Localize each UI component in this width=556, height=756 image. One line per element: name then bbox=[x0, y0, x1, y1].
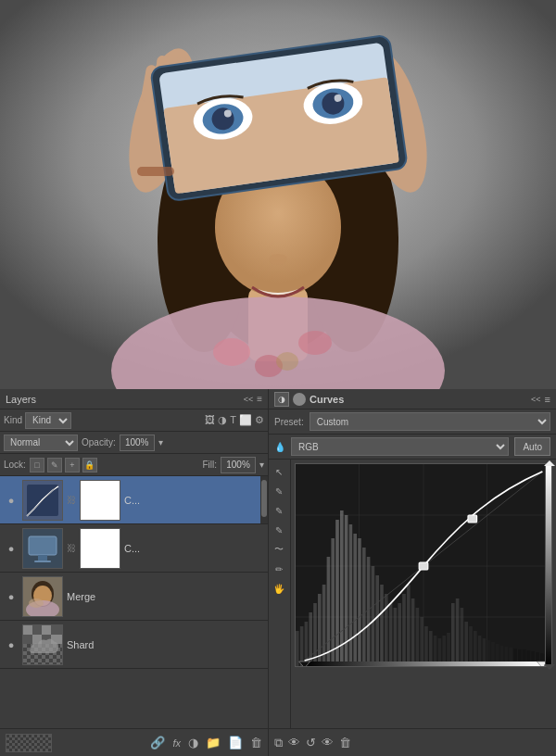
opacity-label: Opacity: bbox=[82, 437, 116, 447]
delete-adjustment-btn[interactable]: 🗑 bbox=[339, 736, 351, 750]
layer-item-curves[interactable]: ● ⛓ C... bbox=[0, 476, 268, 524]
svg-rect-39 bbox=[38, 555, 47, 561]
layer-thumb-merge bbox=[22, 576, 63, 617]
link-layers-btn[interactable]: 🔗 bbox=[150, 736, 165, 750]
layer-item-shard[interactable]: ● bbox=[0, 621, 268, 669]
delete-layer-btn[interactable]: 🗑 bbox=[250, 736, 262, 750]
svg-rect-83 bbox=[389, 603, 393, 667]
photo-svg bbox=[0, 0, 556, 389]
add-mask-btn[interactable]: ◑ bbox=[188, 736, 198, 750]
svg-rect-63 bbox=[300, 626, 304, 667]
svg-rect-69 bbox=[327, 557, 331, 667]
main-canvas bbox=[0, 0, 556, 389]
curves-eyedropper-black[interactable]: ✎ bbox=[271, 483, 287, 499]
scroll-thumb[interactable] bbox=[261, 480, 267, 517]
properties-collapse-btn[interactable]: << bbox=[531, 395, 541, 404]
properties-menu-btn[interactable]: ≡ bbox=[545, 394, 550, 405]
svg-rect-82 bbox=[385, 594, 388, 667]
layers-collapse-btn[interactable]: << bbox=[244, 395, 254, 404]
filter-text-icon[interactable]: T bbox=[230, 414, 236, 426]
prop-icon-adjustment[interactable]: ◑ bbox=[274, 392, 289, 407]
lock-paint-btn[interactable]: ✎ bbox=[47, 458, 62, 472]
svg-rect-33 bbox=[137, 167, 174, 176]
new-layer-btn[interactable]: 📄 bbox=[228, 736, 243, 750]
prev-visibility-btn[interactable]: 👁 bbox=[288, 736, 300, 750]
visibility-btn[interactable]: 👁 bbox=[322, 736, 334, 750]
output-gradient-bar bbox=[545, 463, 552, 667]
properties-bottom-icons: ⧉ 👁 ↺ 👁 🗑 bbox=[274, 736, 351, 750]
svg-rect-90 bbox=[420, 617, 423, 667]
curves-graph[interactable] bbox=[295, 463, 552, 667]
curves-pencil-tool[interactable]: ✏ bbox=[271, 561, 287, 577]
svg-point-6 bbox=[213, 338, 250, 366]
blend-mode-select[interactable]: Normal bbox=[4, 435, 78, 451]
kind-select[interactable]: Kind bbox=[25, 412, 71, 429]
svg-rect-73 bbox=[345, 515, 348, 667]
svg-point-11 bbox=[269, 254, 287, 265]
layers-menu-btn[interactable]: ≡ bbox=[257, 394, 262, 404]
svg-point-9 bbox=[276, 352, 298, 371]
fill-input[interactable] bbox=[221, 457, 256, 473]
layer-fx-btn[interactable]: fx bbox=[172, 737, 181, 749]
opacity-input[interactable] bbox=[120, 435, 155, 451]
new-group-btn[interactable]: 📁 bbox=[206, 736, 221, 750]
layer-item-merge[interactable]: ● Merge bbox=[0, 573, 268, 621]
curves-eyedropper-gray[interactable]: ✎ bbox=[271, 502, 287, 519]
layers-action-icons: 🔗 fx ◑ 📁 📄 🗑 bbox=[150, 736, 262, 750]
filter-adjustment-icon[interactable]: ◑ bbox=[218, 414, 227, 426]
curves-eyedropper-white[interactable]: ✎ bbox=[271, 522, 287, 538]
output-white-point[interactable] bbox=[544, 460, 555, 466]
svg-rect-40 bbox=[34, 561, 51, 562]
layer-eye-shard[interactable]: ● bbox=[4, 639, 19, 650]
eyedropper-icon[interactable]: 💧 bbox=[274, 442, 285, 452]
preset-select[interactable]: Custom bbox=[310, 412, 550, 431]
svg-rect-122 bbox=[305, 662, 543, 667]
layers-panel-header: Layers << ≡ bbox=[0, 389, 268, 410]
auto-btn[interactable]: Auto bbox=[514, 437, 550, 456]
layers-bottom-bar: 🔗 fx ◑ 📁 📄 🗑 bbox=[0, 728, 268, 756]
prop-icon-circle[interactable] bbox=[293, 393, 306, 406]
opacity-dropdown-icon[interactable]: ▾ bbox=[158, 437, 163, 447]
curves-tools: ↖ ✎ ✎ ✎ 〜 ✏ 🖐 bbox=[269, 460, 291, 728]
svg-rect-49 bbox=[42, 625, 51, 635]
layer-eye-monitor[interactable]: ● bbox=[4, 543, 19, 554]
channel-select[interactable]: RGB bbox=[291, 437, 509, 456]
properties-panel: ◑ Curves << ≡ Preset: Custom 💧 RGB Auto bbox=[269, 389, 556, 756]
svg-rect-84 bbox=[394, 608, 398, 667]
lock-icons: □ ✎ + 🔒 bbox=[30, 458, 97, 472]
svg-rect-87 bbox=[407, 585, 411, 667]
fill-label: Fill: bbox=[202, 460, 217, 470]
output-black-point[interactable] bbox=[544, 664, 555, 670]
layer-name-monitor: C... bbox=[124, 543, 264, 554]
svg-rect-79 bbox=[372, 566, 375, 667]
lock-all-btn[interactable]: 🔒 bbox=[82, 458, 97, 472]
layer-item-monitor[interactable]: ● ⛓ C... bbox=[0, 524, 268, 573]
bottom-panels: Layers << ≡ Kind Kind 🖼 ◑ T ⬜ ⚙ bbox=[0, 389, 556, 756]
preset-label: Preset: bbox=[274, 417, 304, 427]
layer-eye-merge[interactable]: ● bbox=[4, 591, 19, 602]
lock-label: Lock: bbox=[4, 460, 26, 470]
reset-btn[interactable]: ↺ bbox=[306, 736, 316, 750]
curves-hand-tool[interactable]: 🖐 bbox=[271, 580, 287, 597]
filter-shape-icon[interactable]: ⬜ bbox=[239, 414, 252, 426]
curves-main-area: ↖ ✎ ✎ ✎ 〜 ✏ 🖐 bbox=[269, 460, 556, 728]
filter-smart-icon[interactable]: ⚙ bbox=[255, 414, 264, 426]
channel-row: 💧 RGB Auto bbox=[269, 435, 556, 460]
curves-smooth-tool[interactable]: 〜 bbox=[271, 541, 287, 558]
clip-to-layer-btn[interactable]: ⧉ bbox=[274, 736, 283, 750]
fill-dropdown-icon[interactable]: ▾ bbox=[259, 460, 264, 470]
svg-rect-89 bbox=[416, 608, 420, 667]
svg-rect-85 bbox=[398, 603, 401, 667]
svg-rect-100 bbox=[464, 622, 468, 667]
svg-rect-80 bbox=[375, 575, 379, 667]
properties-bottom-bar: ⧉ 👁 ↺ 👁 🗑 bbox=[269, 728, 556, 756]
curves-pointer-tool[interactable]: ↖ bbox=[271, 463, 287, 480]
layer-mask-monitor bbox=[80, 528, 120, 569]
svg-rect-50 bbox=[51, 625, 62, 635]
filter-pixel-icon[interactable]: 🖼 bbox=[205, 414, 215, 426]
layers-panel-title: Layers bbox=[6, 394, 36, 405]
lock-pixel-btn[interactable]: □ bbox=[30, 458, 44, 472]
svg-rect-91 bbox=[424, 626, 428, 667]
lock-position-btn[interactable]: + bbox=[65, 458, 80, 472]
layer-eye-curves[interactable]: ● bbox=[4, 495, 19, 506]
